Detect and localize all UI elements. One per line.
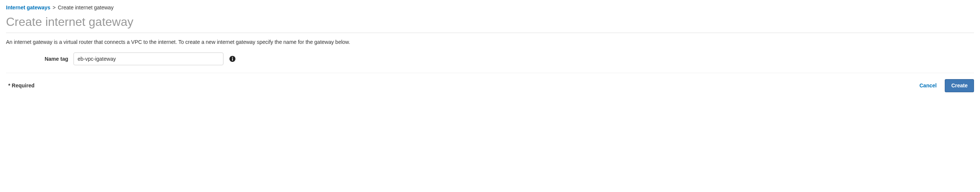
cancel-button[interactable]: Cancel [913,79,942,92]
svg-rect-1 [232,59,233,61]
page-description: An internet gateway is a virtual router … [6,39,974,45]
breadcrumb-separator: > [52,5,56,11]
svg-point-2 [232,57,233,58]
breadcrumb-current: Create internet gateway [58,5,114,11]
breadcrumb-parent-link[interactable]: Internet gateways [6,5,50,11]
name-tag-input[interactable] [73,52,223,65]
info-icon[interactable] [229,56,235,62]
required-note: * Required [6,83,913,89]
breadcrumb: Internet gateways > Create internet gate… [6,3,974,15]
page-title: Create internet gateway [6,15,974,33]
name-tag-label: Name tag [6,56,73,62]
footer-actions: Cancel Create [913,79,974,92]
name-tag-row: Name tag [6,52,974,65]
create-button[interactable]: Create [945,79,974,92]
footer: * Required Cancel Create [6,73,974,92]
